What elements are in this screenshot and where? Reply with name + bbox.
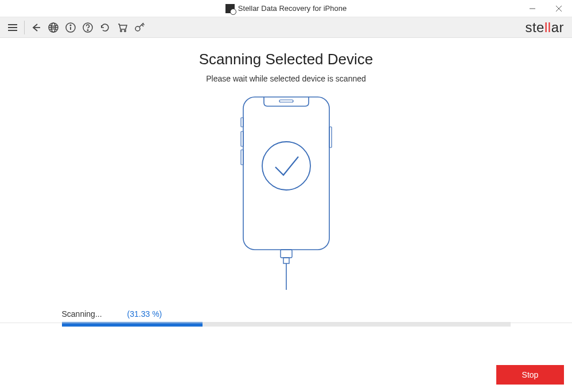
menu-icon[interactable] — [5, 20, 21, 36]
help-icon[interactable] — [80, 20, 96, 36]
footer: Stop — [0, 358, 572, 392]
brand-logo: stellar — [525, 20, 564, 36]
svg-point-27 — [262, 142, 310, 190]
phone-icon — [238, 95, 335, 290]
stop-button[interactable]: Stop — [496, 365, 564, 385]
scan-percent: (31.33 %) — [127, 309, 162, 319]
title-bar: Stellar Data Recovery for iPhone — [0, 0, 572, 17]
main-content: Scanning Selected Device Please wait whi… — [0, 38, 572, 358]
page-subtitle: Please wait while selected device is sca… — [206, 74, 366, 83]
svg-line-19 — [142, 25, 143, 26]
window-title: Stellar Data Recovery for iPhone — [238, 4, 347, 13]
svg-point-16 — [124, 30, 126, 32]
svg-rect-26 — [329, 127, 332, 148]
toolbar-separator — [24, 21, 25, 34]
svg-rect-21 — [243, 97, 329, 250]
scan-status-row: Scanning... (31.33 %) — [62, 309, 511, 319]
svg-point-17 — [135, 26, 140, 31]
footer-divider — [0, 323, 572, 323]
back-icon[interactable] — [28, 20, 44, 36]
toolbar: stellar — [0, 17, 572, 38]
window-controls — [519, 0, 572, 17]
app-icon — [225, 4, 235, 13]
brand-text-pre: ste — [525, 20, 544, 35]
cart-icon[interactable] — [114, 20, 130, 36]
svg-rect-22 — [279, 100, 293, 102]
svg-rect-28 — [281, 250, 292, 258]
title-bar-center: Stellar Data Recovery for iPhone — [225, 4, 347, 13]
svg-line-20 — [143, 24, 145, 25]
key-icon[interactable] — [131, 20, 147, 36]
brand-text-post: ar — [551, 20, 564, 35]
refresh-icon[interactable] — [97, 20, 113, 36]
page-title: Scanning Selected Device — [199, 51, 373, 68]
minimize-button[interactable] — [519, 0, 546, 17]
close-button[interactable] — [546, 0, 572, 17]
phone-illustration — [238, 95, 335, 290]
svg-rect-29 — [283, 258, 289, 263]
svg-point-11 — [70, 25, 71, 26]
globe-icon[interactable] — [45, 20, 61, 36]
brand-text-l1: l — [544, 20, 548, 36]
svg-point-14 — [87, 29, 88, 30]
stop-button-label: Stop — [522, 370, 539, 379]
svg-point-15 — [120, 30, 122, 32]
info-icon[interactable] — [63, 20, 79, 36]
scan-status-label: Scanning... — [62, 309, 102, 319]
